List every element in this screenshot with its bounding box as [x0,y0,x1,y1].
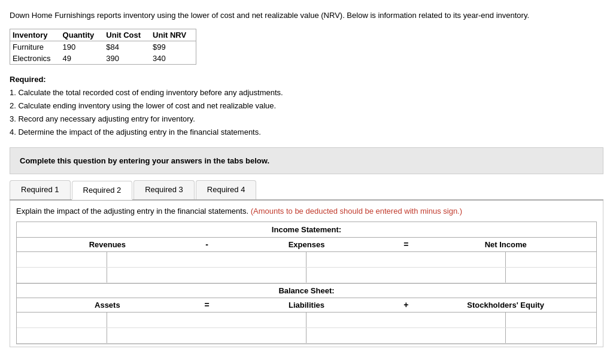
row-electronics-cost: 390 [104,53,150,65]
equity-value-input-1[interactable] [506,313,596,327]
tabs-row: Required 1 Required 2 Required 3 Require… [10,180,603,201]
assets-value-input-2[interactable] [107,328,198,343]
expenses-label-field-2[interactable] [216,268,306,283]
revenues-label-field-2[interactable] [17,268,107,283]
assets-value-field-1[interactable] [107,313,198,327]
row-furniture-qty: 190 [60,41,104,53]
net-income-value-input-1[interactable] [506,252,596,267]
row-furniture-nrv: $99 [150,41,196,53]
equity-label-field-2[interactable] [415,328,505,343]
revenues-value-input-2[interactable] [107,268,198,283]
net-income-label-field-1[interactable] [415,252,505,267]
expenses-group-2 [216,268,397,283]
revenues-label-input-2[interactable] [17,268,107,283]
complete-box: Complete this question by entering your … [10,147,603,174]
required-item-2: 2. Calculate ending inventory using the … [10,99,603,113]
liabilities-group-2 [216,328,397,343]
net-income-value-field-2[interactable] [506,268,596,283]
row-electronics-nrv: 340 [150,53,196,65]
assets-label-input-2[interactable] [17,328,107,343]
assets-header: Assets [17,298,198,312]
complete-box-text: Complete this question by entering your … [20,156,269,165]
liabilities-group-1 [216,313,397,327]
revenues-group-2 [17,268,198,283]
liabilities-label-field-1[interactable] [216,313,306,327]
expenses-value-field-1[interactable] [306,252,397,267]
inventory-table: Inventory Quantity Unit Cost Unit NRV Fu… [10,29,196,65]
equals-operator: = [397,239,415,249]
equity-group-1 [415,313,596,327]
required-title: Required: [10,73,603,86]
liabilities-value-field-2[interactable] [306,328,397,343]
expenses-value-input-1[interactable] [306,252,397,267]
revenues-value-field-2[interactable] [107,268,198,283]
liabilities-value-input-1[interactable] [306,313,397,327]
row-electronics-name: Electronics [10,53,60,65]
income-data-row-1 [17,252,596,268]
revenues-label-input-1[interactable] [17,252,107,267]
liabilities-label-input-1[interactable] [216,313,306,327]
minus-operator: - [198,239,216,249]
equity-value-field-1[interactable] [506,313,596,327]
equity-value-input-2[interactable] [506,328,596,343]
expenses-label-input-1[interactable] [216,252,306,267]
income-statement-title: Income Statement: [17,222,596,238]
net-income-value-input-2[interactable] [506,268,596,283]
required-item-1: 1. Calculate the total recorded cost of … [10,86,603,99]
revenues-value-input-1[interactable] [107,252,198,267]
net-income-label-field-2[interactable] [415,268,505,283]
expenses-value-input-2[interactable] [306,268,397,283]
tab-required-1[interactable]: Required 1 [10,180,71,199]
assets-label-field-2[interactable] [17,328,107,343]
net-income-label-input-1[interactable] [415,252,505,267]
col-unit-nrv: Unit NRV [150,29,196,41]
assets-group-1 [17,313,198,327]
liabilities-value-input-2[interactable] [306,328,397,343]
col-unit-cost: Unit Cost [104,29,150,41]
row-furniture-name: Furniture [10,41,60,53]
row-electronics-qty: 49 [60,53,104,65]
required-item-4: 4. Determine the impact of the adjusting… [10,126,603,139]
revenues-group-1 [17,252,198,267]
assets-value-field-2[interactable] [107,328,198,343]
revenues-label-field-1[interactable] [17,252,107,267]
net-income-group-1 [415,252,596,267]
expenses-value-field-2[interactable] [306,268,397,283]
expenses-label-field-1[interactable] [216,252,306,267]
expenses-group-1 [216,252,397,267]
equity-value-field-2[interactable] [506,328,596,343]
intro-paragraph: Down Home Furnishings reports inventory … [10,10,603,22]
liabilities-label-input-2[interactable] [216,328,306,343]
required-section: Required: 1. Calculate the total recorde… [10,73,603,139]
assets-value-input-1[interactable] [107,313,198,327]
row-furniture-cost: $84 [104,41,150,53]
tab-required-4[interactable]: Required 4 [196,180,257,199]
liabilities-value-field-1[interactable] [306,313,397,327]
assets-group-2 [17,328,198,343]
net-income-group-2 [415,268,596,283]
expenses-label-input-2[interactable] [216,268,306,283]
equity-header: Stockholders' Equity [415,298,596,312]
liabilities-label-field-2[interactable] [216,328,306,343]
assets-label-field-1[interactable] [17,313,107,327]
revenues-value-field-1[interactable] [107,252,198,267]
orange-note: (Amounts to be deducted should be entere… [251,207,462,216]
expenses-header: Expenses [216,238,397,251]
instruction-text: Explain the impact of the adjusting entr… [16,207,248,216]
tab-required-3[interactable]: Required 3 [133,180,195,199]
equity-label-input-1[interactable] [415,313,505,327]
net-income-label-input-2[interactable] [415,268,505,283]
instruction-line: Explain the impact of the adjusting entr… [16,207,597,216]
net-income-value-field-1[interactable] [506,252,596,267]
col-quantity: Quantity [60,29,104,41]
income-statement-headers: Revenues - Expenses = Net Income [17,238,596,252]
net-income-header: Net Income [415,238,596,251]
equity-label-input-2[interactable] [415,328,505,343]
equity-label-field-1[interactable] [415,313,505,327]
revenues-header: Revenues [17,238,198,251]
tab-content-area: Explain the impact of the adjusting entr… [10,201,603,347]
assets-label-input-1[interactable] [17,313,107,327]
bs-data-row-1 [17,313,596,328]
balance-sheet-headers: Assets = Liabilities + Stockholders' Equ… [17,298,596,313]
tab-required-2[interactable]: Required 2 [72,181,133,200]
